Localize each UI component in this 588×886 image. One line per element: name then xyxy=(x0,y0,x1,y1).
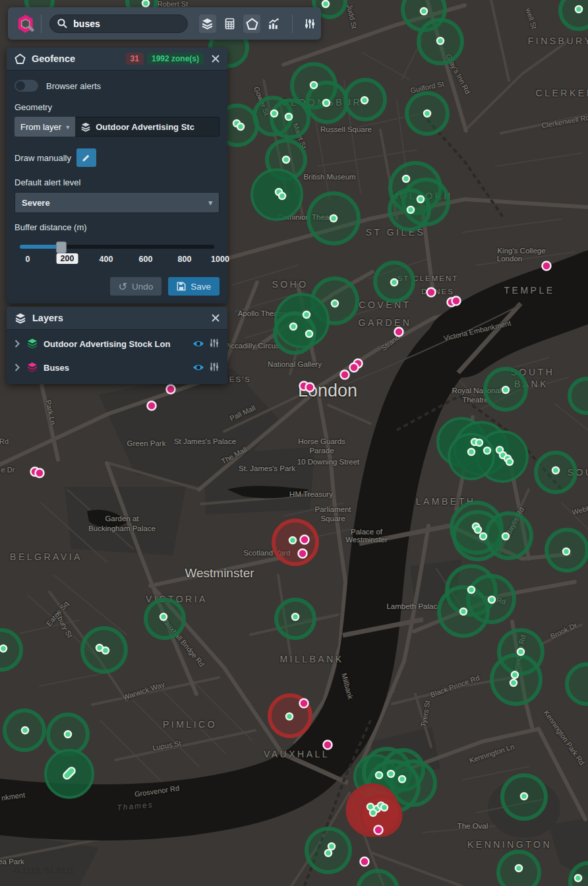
stock-marker[interactable] xyxy=(102,647,109,654)
stock-marker[interactable] xyxy=(285,113,292,120)
bus-marker[interactable] xyxy=(36,469,44,478)
stock-marker[interactable] xyxy=(279,193,285,199)
layer-filter-sliders-icon[interactable] xyxy=(209,338,220,350)
geofence-zone[interactable] xyxy=(570,379,588,413)
stock-marker[interactable] xyxy=(575,6,582,13)
stock-marker[interactable] xyxy=(421,8,427,15)
stock-marker[interactable] xyxy=(271,110,278,117)
bus-marker[interactable] xyxy=(452,297,461,305)
stock-marker[interactable] xyxy=(417,196,424,203)
draw-manually-button[interactable] xyxy=(76,148,96,167)
bus-marker[interactable] xyxy=(374,826,383,835)
bus-marker[interactable] xyxy=(427,288,436,297)
bus-marker[interactable] xyxy=(395,328,403,336)
stock-marker[interactable] xyxy=(65,731,71,738)
stock-marker[interactable] xyxy=(506,459,513,465)
stock-marker[interactable] xyxy=(388,771,394,777)
bus-marker[interactable] xyxy=(543,262,551,270)
bus-marker[interactable] xyxy=(301,536,309,544)
stock-marker[interactable] xyxy=(399,776,405,782)
bus-marker[interactable] xyxy=(361,858,369,866)
stock-marker[interactable] xyxy=(521,793,527,800)
geofence-zone[interactable] xyxy=(567,664,588,704)
layers-tool-button[interactable] xyxy=(199,15,216,33)
app-logo-icon[interactable] xyxy=(16,13,34,34)
chevron-right-icon[interactable] xyxy=(15,364,20,371)
stock-marker[interactable] xyxy=(237,123,244,130)
buffer-distance-slider[interactable] xyxy=(15,241,220,252)
analytics-tool-button[interactable] xyxy=(266,15,283,33)
bus-marker[interactable] xyxy=(306,383,314,392)
stock-marker[interactable] xyxy=(468,586,475,593)
geometry-layer-field[interactable]: Outdoor Advertising Stc xyxy=(75,117,220,137)
stock-marker[interactable] xyxy=(322,1,329,7)
bus-marker[interactable] xyxy=(148,402,156,410)
geofence-tool-button[interactable] xyxy=(243,15,260,33)
stock-marker[interactable] xyxy=(283,156,289,163)
stock-marker[interactable] xyxy=(515,865,522,871)
stock-marker[interactable] xyxy=(403,175,409,182)
stock-marker[interactable] xyxy=(476,439,483,446)
stock-marker[interactable] xyxy=(475,526,481,533)
stock-marker[interactable] xyxy=(22,727,28,734)
stock-marker[interactable] xyxy=(460,608,467,615)
stock-marker[interactable] xyxy=(510,680,517,686)
stock-marker[interactable] xyxy=(376,772,382,778)
search-input[interactable]: buses xyxy=(49,15,188,33)
stock-marker[interactable] xyxy=(437,38,444,44)
stock-marker[interactable] xyxy=(361,97,368,104)
stock-marker[interactable] xyxy=(306,331,312,337)
stock-marker[interactable] xyxy=(289,537,296,544)
geofence-zone[interactable] xyxy=(560,0,588,29)
stock-marker[interactable] xyxy=(332,300,338,307)
stock-marker[interactable] xyxy=(323,100,330,106)
filter-sliders-button[interactable] xyxy=(301,15,318,33)
save-button[interactable]: Save xyxy=(168,277,220,296)
layer-row-outdoor-advertising[interactable]: Outdoor Advertising Stock Lon xyxy=(7,334,227,354)
stock-marker[interactable] xyxy=(552,467,559,474)
stock-marker[interactable] xyxy=(303,311,310,318)
stock-marker[interactable] xyxy=(480,533,486,540)
bus-marker[interactable] xyxy=(341,371,349,379)
stock-marker[interactable] xyxy=(391,279,397,286)
bus-marker[interactable] xyxy=(300,699,309,708)
stock-marker[interactable] xyxy=(381,804,388,811)
stock-marker[interactable] xyxy=(488,596,495,603)
stock-marker[interactable] xyxy=(575,875,581,881)
stock-marker[interactable] xyxy=(512,672,518,678)
bus-marker[interactable] xyxy=(350,364,359,372)
geometry-source-dropdown[interactable]: From layer ▾ xyxy=(15,117,75,137)
stock-marker[interactable] xyxy=(407,206,414,213)
stock-marker[interactable] xyxy=(290,323,297,330)
stock-marker[interactable] xyxy=(160,614,167,620)
bus-marker[interactable] xyxy=(324,741,332,749)
chevron-right-icon[interactable] xyxy=(15,340,20,348)
layer-filter-sliders-icon[interactable] xyxy=(209,362,220,374)
stock-marker[interactable] xyxy=(310,82,317,88)
calculator-tool-button[interactable] xyxy=(221,15,239,33)
stock-marker[interactable] xyxy=(0,645,7,652)
geofence-zone[interactable] xyxy=(492,655,541,704)
stock-marker[interactable] xyxy=(468,449,475,455)
stock-marker[interactable] xyxy=(370,809,376,816)
stock-marker[interactable] xyxy=(502,533,509,540)
slider-handle[interactable] xyxy=(56,241,67,253)
layer-row-buses[interactable]: Buses xyxy=(7,358,227,377)
visibility-eye-icon[interactable] xyxy=(192,364,204,371)
stock-marker[interactable] xyxy=(424,110,430,117)
close-button[interactable] xyxy=(212,314,220,322)
stock-marker[interactable] xyxy=(484,447,490,454)
undo-button[interactable]: ↺ Undo xyxy=(110,277,162,296)
stock-marker[interactable] xyxy=(502,387,509,393)
stock-marker[interactable] xyxy=(330,215,337,222)
stock-marker[interactable] xyxy=(292,614,299,620)
geofence-zone[interactable] xyxy=(358,871,397,886)
stock-marker[interactable] xyxy=(328,843,335,850)
close-button[interactable] xyxy=(212,55,220,63)
alert-level-select[interactable]: Severe ▾ xyxy=(15,192,220,213)
browser-alerts-toggle[interactable] xyxy=(15,80,38,92)
stock-marker[interactable] xyxy=(517,649,524,655)
bus-marker[interactable] xyxy=(167,385,175,394)
bus-marker[interactable] xyxy=(299,550,307,558)
stock-marker[interactable] xyxy=(286,713,293,720)
